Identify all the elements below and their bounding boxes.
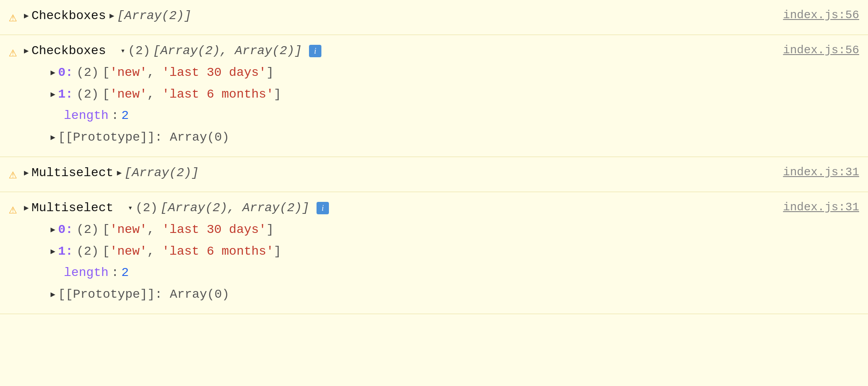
row3-label: Multiselect [31,163,113,183]
arrow-1[interactable]: ▶ [109,10,114,23]
length-colon-4: : [111,263,119,283]
child-4-1: ▶ 1: (2) [ 'new' , 'last 6 months' ] [24,242,859,262]
file-link-1[interactable]: index.js:56 [765,6,859,25]
length-row-2: length : 2 [24,106,859,126]
child-4-0-bracket-close: ] [266,220,274,240]
child-2-1-arrow[interactable]: ▶ [51,88,55,101]
child-4-0-bracket-open: [ [102,220,110,240]
prototype-label-2: [[Prototype]]: Array(0) [58,128,229,148]
expand-triangle-2[interactable]: ▶ [24,45,29,58]
file-link-2[interactable]: index.js:56 [765,41,859,60]
warning-icon-1: ⚠ [9,7,17,28]
arrow-3[interactable]: ▶ [117,167,122,180]
child-2-0-bracket-close: ] [266,63,274,83]
row1-value: [Array(2)] [117,6,192,26]
child-4-1-val1: 'last 6 months' [162,242,274,262]
row2-value: [Array(2), Array(2)] [153,41,302,61]
row3-value: [Array(2)] [125,163,199,183]
info-icon-4[interactable]: i [317,202,329,214]
child-4-0-count: (2) [77,220,99,240]
expand-triangle-3[interactable]: ▶ [24,167,29,180]
warning-icon-2: ⚠ [9,42,17,63]
prototype-arrow-2[interactable]: ▶ [51,131,55,144]
expand-triangle-1[interactable]: ▶ [24,10,29,23]
child-2-0-val0: 'new' [110,63,147,83]
child-4-1-val0: 'new' [110,242,147,262]
prototype-row-2: ▶ [[Prototype]]: Array(0) [24,128,859,148]
child-2-1-index: 1: [58,85,73,105]
child-2-0-comma: , [147,63,162,83]
child-2-1: ▶ 1: (2) [ 'new' , 'last 6 months' ] [24,85,859,105]
child-4-0-arrow[interactable]: ▶ [51,224,55,236]
child-4-0-comma: , [147,220,162,240]
child-4-1-bracket-open: [ [102,242,110,262]
console-row-1: ⚠ ▶ Checkboxes ▶ [Array(2)] index.js:56 [0,0,868,35]
child-2-1-val0: 'new' [110,85,147,105]
row4-count: (2) [135,198,157,218]
child-2-1-bracket-close: ] [274,85,281,105]
info-icon-2[interactable]: i [309,45,321,57]
length-label-4: length [64,263,109,283]
file-link-4[interactable]: index.js:31 [765,198,859,217]
length-value-2: 2 [121,106,129,126]
row2-label: Checkboxes [31,41,106,61]
child-2-1-comma: , [147,85,162,105]
row4-value: [Array(2), Array(2)] [160,198,309,218]
child-4-1-comma: , [147,242,162,262]
console-panel: ⚠ ▶ Checkboxes ▶ [Array(2)] index.js:56 … [0,0,868,314]
child-4-0-val0: 'new' [110,220,147,240]
prototype-label-4: [[Prototype]]: Array(0) [58,285,229,305]
row1-label: Checkboxes [31,6,106,26]
child-4-1-index: 1: [58,242,73,262]
arrow-down-4[interactable]: ▾ [128,202,133,215]
length-value-4: 2 [121,263,129,283]
length-colon-2: : [111,106,119,126]
warning-icon-3: ⚠ [9,164,17,185]
child-2-0-bracket-open: [ [102,63,110,83]
child-2-0-arrow[interactable]: ▶ [51,67,55,79]
child-2-0: ▶ 0: (2) [ 'new' , 'last 30 days' ] [24,63,859,83]
child-4-1-bracket-close: ] [274,242,281,262]
row4-label: Multiselect [31,198,113,218]
child-2-1-bracket-open: [ [102,85,110,105]
child-2-1-val1: 'last 6 months' [162,85,274,105]
console-row-2: ⚠ ▶ Checkboxes ▾ (2) [Array(2), Array(2)… [0,35,868,157]
file-link-3[interactable]: index.js:31 [765,163,859,182]
child-2-0-count: (2) [77,63,99,83]
child-2-1-count: (2) [77,85,99,105]
length-row-4: length : 2 [24,263,859,283]
child-4-1-arrow[interactable]: ▶ [51,245,55,258]
child-4-0: ▶ 0: (2) [ 'new' , 'last 30 days' ] [24,220,859,240]
child-4-1-count: (2) [77,242,99,262]
child-2-0-val1: 'last 30 days' [162,63,266,83]
console-row-4: ⚠ ▶ Multiselect ▾ (2) [Array(2), Array(2… [0,192,868,314]
length-label-2: length [64,106,109,126]
prototype-row-4: ▶ [[Prototype]]: Array(0) [24,285,859,305]
prototype-arrow-4[interactable]: ▶ [51,288,55,301]
row2-count: (2) [128,41,150,61]
child-2-0-index: 0: [58,63,73,83]
warning-icon-4: ⚠ [9,199,17,221]
arrow-down-2[interactable]: ▾ [121,45,125,58]
expand-triangle-4[interactable]: ▶ [24,202,29,215]
console-row-3: ⚠ ▶ Multiselect ▶ [Array(2)] index.js:31 [0,157,868,192]
child-4-0-index: 0: [58,220,73,240]
child-4-0-val1: 'last 30 days' [162,220,266,240]
